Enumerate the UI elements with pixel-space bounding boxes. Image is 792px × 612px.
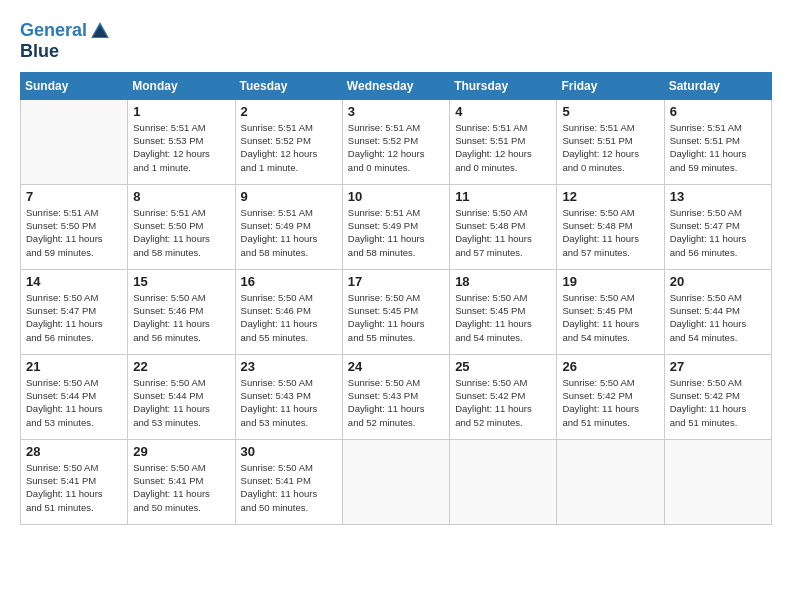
day-number: 16 xyxy=(241,274,337,289)
calendar-cell: 21Sunrise: 5:50 AM Sunset: 5:44 PM Dayli… xyxy=(21,354,128,439)
calendar-cell: 24Sunrise: 5:50 AM Sunset: 5:43 PM Dayli… xyxy=(342,354,449,439)
calendar-cell: 1Sunrise: 5:51 AM Sunset: 5:53 PM Daylig… xyxy=(128,99,235,184)
day-info: Sunrise: 5:50 AM Sunset: 5:45 PM Dayligh… xyxy=(562,291,658,344)
calendar-cell: 5Sunrise: 5:51 AM Sunset: 5:51 PM Daylig… xyxy=(557,99,664,184)
day-info: Sunrise: 5:50 AM Sunset: 5:42 PM Dayligh… xyxy=(455,376,551,429)
day-info: Sunrise: 5:50 AM Sunset: 5:41 PM Dayligh… xyxy=(241,461,337,514)
day-header-tuesday: Tuesday xyxy=(235,72,342,99)
day-info: Sunrise: 5:50 AM Sunset: 5:47 PM Dayligh… xyxy=(670,206,766,259)
day-info: Sunrise: 5:51 AM Sunset: 5:50 PM Dayligh… xyxy=(26,206,122,259)
calendar-week-1: 1Sunrise: 5:51 AM Sunset: 5:53 PM Daylig… xyxy=(21,99,772,184)
day-header-monday: Monday xyxy=(128,72,235,99)
day-number: 9 xyxy=(241,189,337,204)
calendar-cell xyxy=(664,439,771,524)
day-number: 17 xyxy=(348,274,444,289)
day-header-wednesday: Wednesday xyxy=(342,72,449,99)
calendar-cell: 9Sunrise: 5:51 AM Sunset: 5:49 PM Daylig… xyxy=(235,184,342,269)
day-number: 27 xyxy=(670,359,766,374)
calendar-cell: 26Sunrise: 5:50 AM Sunset: 5:42 PM Dayli… xyxy=(557,354,664,439)
day-info: Sunrise: 5:51 AM Sunset: 5:51 PM Dayligh… xyxy=(455,121,551,174)
day-number: 1 xyxy=(133,104,229,119)
day-info: Sunrise: 5:50 AM Sunset: 5:43 PM Dayligh… xyxy=(241,376,337,429)
day-number: 24 xyxy=(348,359,444,374)
calendar-cell: 29Sunrise: 5:50 AM Sunset: 5:41 PM Dayli… xyxy=(128,439,235,524)
calendar-cell: 12Sunrise: 5:50 AM Sunset: 5:48 PM Dayli… xyxy=(557,184,664,269)
calendar-cell xyxy=(342,439,449,524)
day-number: 5 xyxy=(562,104,658,119)
day-number: 18 xyxy=(455,274,551,289)
logo-text: General xyxy=(20,20,111,42)
day-number: 3 xyxy=(348,104,444,119)
day-number: 30 xyxy=(241,444,337,459)
day-number: 13 xyxy=(670,189,766,204)
day-number: 21 xyxy=(26,359,122,374)
calendar-cell xyxy=(21,99,128,184)
day-info: Sunrise: 5:50 AM Sunset: 5:46 PM Dayligh… xyxy=(241,291,337,344)
calendar-cell: 30Sunrise: 5:50 AM Sunset: 5:41 PM Dayli… xyxy=(235,439,342,524)
day-number: 26 xyxy=(562,359,658,374)
calendar-cell: 22Sunrise: 5:50 AM Sunset: 5:44 PM Dayli… xyxy=(128,354,235,439)
day-number: 20 xyxy=(670,274,766,289)
day-info: Sunrise: 5:50 AM Sunset: 5:48 PM Dayligh… xyxy=(455,206,551,259)
calendar-cell: 17Sunrise: 5:50 AM Sunset: 5:45 PM Dayli… xyxy=(342,269,449,354)
calendar-cell: 2Sunrise: 5:51 AM Sunset: 5:52 PM Daylig… xyxy=(235,99,342,184)
day-number: 28 xyxy=(26,444,122,459)
calendar-cell: 7Sunrise: 5:51 AM Sunset: 5:50 PM Daylig… xyxy=(21,184,128,269)
day-header-sunday: Sunday xyxy=(21,72,128,99)
day-info: Sunrise: 5:51 AM Sunset: 5:49 PM Dayligh… xyxy=(348,206,444,259)
day-number: 8 xyxy=(133,189,229,204)
calendar-cell: 23Sunrise: 5:50 AM Sunset: 5:43 PM Dayli… xyxy=(235,354,342,439)
calendar-cell: 10Sunrise: 5:51 AM Sunset: 5:49 PM Dayli… xyxy=(342,184,449,269)
calendar-cell: 6Sunrise: 5:51 AM Sunset: 5:51 PM Daylig… xyxy=(664,99,771,184)
calendar-table: SundayMondayTuesdayWednesdayThursdayFrid… xyxy=(20,72,772,525)
day-number: 25 xyxy=(455,359,551,374)
day-header-saturday: Saturday xyxy=(664,72,771,99)
calendar-cell: 18Sunrise: 5:50 AM Sunset: 5:45 PM Dayli… xyxy=(450,269,557,354)
day-info: Sunrise: 5:51 AM Sunset: 5:52 PM Dayligh… xyxy=(348,121,444,174)
day-header-friday: Friday xyxy=(557,72,664,99)
day-info: Sunrise: 5:50 AM Sunset: 5:44 PM Dayligh… xyxy=(26,376,122,429)
day-number: 11 xyxy=(455,189,551,204)
day-info: Sunrise: 5:50 AM Sunset: 5:48 PM Dayligh… xyxy=(562,206,658,259)
calendar-cell: 25Sunrise: 5:50 AM Sunset: 5:42 PM Dayli… xyxy=(450,354,557,439)
day-number: 4 xyxy=(455,104,551,119)
day-number: 7 xyxy=(26,189,122,204)
logo: General Blue xyxy=(20,20,111,62)
day-info: Sunrise: 5:50 AM Sunset: 5:44 PM Dayligh… xyxy=(670,291,766,344)
day-header-thursday: Thursday xyxy=(450,72,557,99)
day-number: 29 xyxy=(133,444,229,459)
day-number: 14 xyxy=(26,274,122,289)
calendar-cell: 11Sunrise: 5:50 AM Sunset: 5:48 PM Dayli… xyxy=(450,184,557,269)
calendar-cell xyxy=(450,439,557,524)
day-number: 2 xyxy=(241,104,337,119)
calendar-cell xyxy=(557,439,664,524)
day-info: Sunrise: 5:51 AM Sunset: 5:52 PM Dayligh… xyxy=(241,121,337,174)
day-info: Sunrise: 5:50 AM Sunset: 5:44 PM Dayligh… xyxy=(133,376,229,429)
logo-blue: Blue xyxy=(20,42,111,62)
page-header: General Blue xyxy=(20,20,772,62)
calendar-cell: 27Sunrise: 5:50 AM Sunset: 5:42 PM Dayli… xyxy=(664,354,771,439)
calendar-header-row: SundayMondayTuesdayWednesdayThursdayFrid… xyxy=(21,72,772,99)
day-info: Sunrise: 5:50 AM Sunset: 5:42 PM Dayligh… xyxy=(670,376,766,429)
day-info: Sunrise: 5:50 AM Sunset: 5:45 PM Dayligh… xyxy=(348,291,444,344)
calendar-cell: 15Sunrise: 5:50 AM Sunset: 5:46 PM Dayli… xyxy=(128,269,235,354)
day-number: 6 xyxy=(670,104,766,119)
calendar-cell: 16Sunrise: 5:50 AM Sunset: 5:46 PM Dayli… xyxy=(235,269,342,354)
day-number: 12 xyxy=(562,189,658,204)
calendar-week-4: 21Sunrise: 5:50 AM Sunset: 5:44 PM Dayli… xyxy=(21,354,772,439)
day-number: 23 xyxy=(241,359,337,374)
day-info: Sunrise: 5:51 AM Sunset: 5:53 PM Dayligh… xyxy=(133,121,229,174)
day-info: Sunrise: 5:50 AM Sunset: 5:41 PM Dayligh… xyxy=(133,461,229,514)
day-info: Sunrise: 5:50 AM Sunset: 5:46 PM Dayligh… xyxy=(133,291,229,344)
day-number: 22 xyxy=(133,359,229,374)
day-number: 19 xyxy=(562,274,658,289)
calendar-cell: 13Sunrise: 5:50 AM Sunset: 5:47 PM Dayli… xyxy=(664,184,771,269)
calendar-cell: 20Sunrise: 5:50 AM Sunset: 5:44 PM Dayli… xyxy=(664,269,771,354)
day-info: Sunrise: 5:50 AM Sunset: 5:47 PM Dayligh… xyxy=(26,291,122,344)
calendar-week-3: 14Sunrise: 5:50 AM Sunset: 5:47 PM Dayli… xyxy=(21,269,772,354)
calendar-cell: 4Sunrise: 5:51 AM Sunset: 5:51 PM Daylig… xyxy=(450,99,557,184)
day-info: Sunrise: 5:50 AM Sunset: 5:42 PM Dayligh… xyxy=(562,376,658,429)
day-number: 10 xyxy=(348,189,444,204)
day-info: Sunrise: 5:51 AM Sunset: 5:50 PM Dayligh… xyxy=(133,206,229,259)
day-number: 15 xyxy=(133,274,229,289)
